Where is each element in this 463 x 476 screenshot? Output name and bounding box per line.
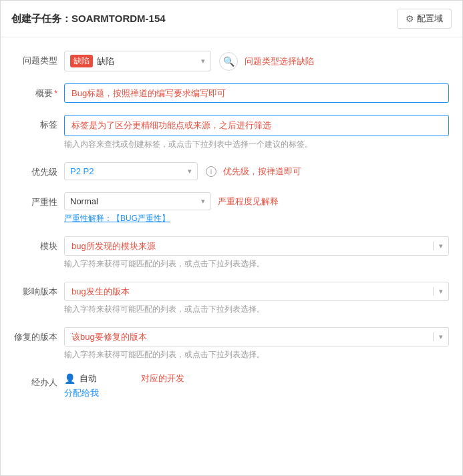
assignee-content: 👤 自动 对应的开发 分配给我 [64,373,449,399]
severity-hint-link[interactable]: 【BUG严重性】 [112,214,170,223]
severity-label: 严重性 [14,192,64,208]
assignee-row: 经办人 👤 自动 对应的开发 分配给我 [14,373,449,399]
module-dropdown-icon[interactable]: ▾ [433,242,448,250]
affect-version-content: ▾ 输入字符来获得可能匹配的列表，或点击下拉列表选择。 [64,282,449,315]
assignee-value-row: 👤 自动 对应的开发 [64,373,449,385]
priority-row: 优先级 P2 P2 ▾ i 优先级，按禅道即可 [14,162,449,180]
config-btn-label: 配置域 [417,13,443,25]
issue-type-badge: 缺陷 [70,55,93,67]
gear-icon: ⚙ [406,13,414,24]
assignee-annotation: 对应的开发 [141,373,184,385]
severity-annotation: 严重程度见解释 [218,196,279,208]
priority-content: P2 P2 ▾ i 优先级，按禅道即可 [64,162,449,180]
affect-version-dropdown-icon[interactable]: ▾ [433,287,448,296]
tag-row: 标签 标签是为了区分更精细功能点或来源，之后进行筛选 输入内容来查找或创建标签，… [14,115,449,150]
priority-annotation: 优先级，按禅道即可 [223,166,301,178]
module-row: 模块 ▾ 输入字符来获得可能匹配的列表，或点击下拉列表选择。 [14,236,449,270]
severity-hint: 严重性解释：【BUG严重性】 [64,213,449,224]
tag-content: 标签是为了区分更精细功能点或来源，之后进行筛选 输入内容来查找或创建标签，或点击… [64,115,449,150]
fix-version-label: 修复的版本 [14,327,64,343]
create-subtask-dialog: 创建子任务：SOARMTORDM-154 ⚙ 配置域 问题类型 缺陷 缺陷 ▾ … [0,0,463,476]
assignee-user-icon: 👤 [64,373,75,384]
tag-hint: 输入内容来查找或创建标签，或点击下拉列表中选择一个建议的标签。 [64,139,449,150]
module-content: ▾ 输入字符来获得可能匹配的列表，或点击下拉列表选择。 [64,236,449,270]
priority-select[interactable]: P2 P2 ▾ [64,162,198,180]
issue-type-select[interactable]: 缺陷 缺陷 ▾ [64,51,211,71]
fix-version-row: 修复的版本 ▾ 输入字符来获得可能匹配的列表，或点击下拉列表选择。 [14,327,449,361]
affect-version-hint: 输入字符来获得可能匹配的列表，或点击下拉列表选择。 [64,304,449,315]
affect-version-combo[interactable]: ▾ [64,282,449,301]
tag-label: 标签 [14,115,64,131]
module-combo[interactable]: ▾ [64,236,449,256]
issue-type-annotation: 问题类型选择缺陷 [245,55,314,67]
assignee-label: 经办人 [14,373,64,389]
issue-type-content: 缺陷 缺陷 ▾ 🔍 问题类型选择缺陷 [64,51,449,71]
priority-value: P2 P2 [70,166,188,176]
dialog-body: 问题类型 缺陷 缺陷 ▾ 🔍 问题类型选择缺陷 概要 [1,37,462,413]
issue-type-search-button[interactable]: 🔍 [219,52,238,71]
summary-input[interactable] [64,83,449,103]
issue-type-text: 缺陷 [97,55,201,67]
fix-version-dropdown-icon[interactable]: ▾ [433,332,448,341]
dialog-header: 创建子任务：SOARMTORDM-154 ⚙ 配置域 [1,1,462,37]
assignee-value: 自动 [80,373,97,385]
priority-arrow-icon: ▾ [188,167,192,176]
fix-version-combo[interactable]: ▾ [64,327,449,346]
fix-version-hint: 输入字符来获得可能匹配的列表，或点击下拉列表选择。 [64,349,449,361]
fix-version-input[interactable] [65,328,433,346]
summary-label: 概要 [14,83,64,99]
dialog-title: 创建子任务：SOARMTORDM-154 [11,13,166,25]
fix-version-content: ▾ 输入字符来获得可能匹配的列表，或点击下拉列表选择。 [64,327,449,361]
affect-version-row: 影响版本 ▾ 输入字符来获得可能匹配的列表，或点击下拉列表选择。 [14,282,449,315]
affect-version-input[interactable] [65,282,433,300]
priority-info-icon[interactable]: i [206,166,216,177]
priority-label: 优先级 [14,162,64,178]
summary-content [64,83,449,103]
summary-row: 概要 [14,83,449,103]
severity-select[interactable]: Normal ▾ [64,192,211,210]
module-hint: 输入字符来获得可能匹配的列表，或点击下拉列表选择。 [64,258,449,270]
affect-version-label: 影响版本 [14,282,64,298]
issue-type-arrow-icon: ▾ [201,57,205,65]
severity-row: 严重性 Normal ▾ 严重程度见解释 严重性解释：【BUG严重性】 [14,192,449,224]
severity-content: Normal ▾ 严重程度见解释 严重性解释：【BUG严重性】 [64,192,449,224]
severity-arrow-icon: ▾ [201,197,205,206]
module-input[interactable] [65,237,433,255]
issue-type-label: 问题类型 [14,51,64,67]
module-label: 模块 [14,236,64,252]
severity-value: Normal [70,196,201,206]
tag-input[interactable]: 标签是为了区分更精细功能点或来源，之后进行筛选 [64,115,449,136]
config-domain-button[interactable]: ⚙ 配置域 [397,9,452,29]
assign-to-me-link[interactable]: 分配给我 [64,387,449,399]
issue-type-row: 问题类型 缺陷 缺陷 ▾ 🔍 问题类型选择缺陷 [14,51,449,71]
search-icon: 🔍 [223,56,235,67]
